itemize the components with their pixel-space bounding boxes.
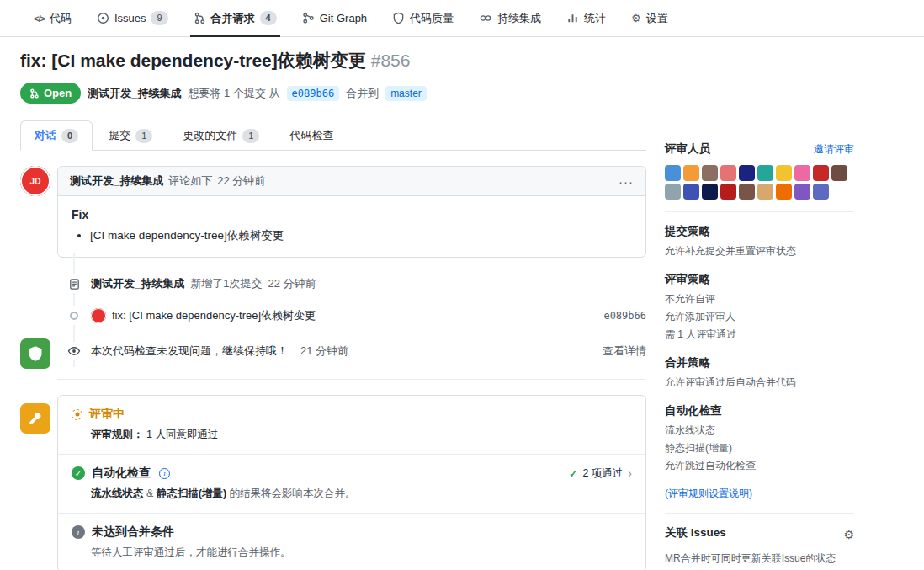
nav-item-stats[interactable]: 统计 [566,0,606,36]
mr-author: 测试开发_持续集成 [88,86,181,101]
bar-chart-icon [566,12,579,24]
timeline: 测试开发_持续集成 新增了1次提交 22 分钟前 fix: [CI make d… [20,258,646,362]
nav-item-settings[interactable]: ⚙ 设置 [631,0,668,36]
view-details-link[interactable]: 查看详情 [603,344,646,359]
mr-title-text: fix: [CI make dependency-tree]依赖树变更 [20,51,366,70]
merge-policy-section: 合并策略 允许评审通过后自动合并代码 [665,355,854,392]
nav-label: 代码 [50,11,72,26]
tab-label: 提交 [109,128,130,143]
gear-icon: ⚙ [631,12,641,24]
reviewers-title: 评审人员 [665,141,710,157]
policy-item: 允许评审通过后自动合并代码 [665,374,854,392]
nav-item-code-quality[interactable]: 代码质量 [392,0,454,36]
reviewer-avatar[interactable] [683,165,699,181]
nav-label: Issues [114,12,146,24]
shield-icon [392,12,405,24]
conversation-thread: JD 测试开发_持续集成 评论如下 22 分钟前 ··· Fix [CI mak… [20,166,646,570]
policy-item: 允许添加评审人 [665,308,854,326]
avatar [91,308,106,323]
info-icon[interactable]: i [159,468,170,479]
tab-conversation[interactable]: 对话 0 [20,120,93,151]
nav-item-merge-requests[interactable]: 合并请求 4 [194,0,277,36]
divider [665,513,854,514]
merge-condition-title: 未达到合并条件 [92,525,174,540]
chevron-right-icon: › [628,466,632,480]
check-icon: ✓ [569,467,577,480]
tab-label: 对话 [35,128,56,143]
reviewer-avatar[interactable] [831,165,847,181]
pipeline-status-link[interactable]: 流水线状态 [91,487,144,499]
mr-count-badge: 4 [260,11,277,25]
checks-passed-link[interactable]: ✓ 2 项通过 › [569,466,632,481]
reviewer-avatar[interactable] [776,165,792,181]
target-branch-link[interactable]: master [385,86,427,101]
review-state-section: 评审中 评审规则： 1 人同意即通过 [58,396,645,454]
push-author: 测试开发_持续集成 [91,276,184,291]
reviewer-avatar[interactable] [720,184,736,200]
comment-body: Fix [CI make dependency-tree]依赖树变更 [58,196,645,257]
section-title: 提交策略 [665,224,854,239]
tab-code-check[interactable]: 代码检查 [275,120,348,151]
reviewer-avatar[interactable] [665,165,681,181]
ci-icon [479,12,492,24]
review-rules-settings-link[interactable]: (评审规则设置说明) [665,487,854,501]
reviewer-avatar[interactable] [683,184,699,200]
comment-action: 评论如下 [168,173,212,189]
tab-commits[interactable]: 提交 1 [94,120,167,151]
tab-label: 代码检查 [289,128,333,143]
linked-issues-title: 关联 Issues [665,525,726,541]
comment-block: JD 测试开发_持续集成 评论如下 22 分钟前 ··· Fix [CI mak… [20,166,646,258]
reviewer-avatar[interactable] [757,165,773,181]
commit-message-link[interactable]: fix: [CI make dependency-tree]依赖树变更 [112,308,316,323]
reviewer-avatar[interactable] [720,165,736,181]
code-check-row: 本次代码检查未发现问题，继续保持哦！ 21 分钟前 查看详情 [20,342,646,360]
reviewer-avatar[interactable] [794,184,810,200]
policy-item: 静态扫描(增量) [665,439,854,457]
merge-icon [29,88,40,99]
reviewer-avatar[interactable] [794,165,810,181]
invite-review-link[interactable]: 邀请评审 [814,142,854,157]
status-badge: Open [20,83,81,104]
reviewer-avatar[interactable] [813,184,829,200]
reviewer-avatar[interactable] [813,165,829,181]
source-commit-link[interactable]: e089b66 [287,86,340,101]
policy-item: 需 1 人评审通过 [665,326,854,344]
reviewer-avatar[interactable] [702,165,718,181]
avatar[interactable]: JD [20,166,50,196]
comment-menu-button[interactable]: ··· [619,174,634,189]
merge-condition-section: i 未达到合并条件 等待人工评审通过后，才能进行合并操作。 [58,513,645,570]
issues-count-badge: 9 [151,11,167,25]
reviewer-avatar[interactable] [776,184,792,200]
static-scan-link[interactable]: 静态扫描(增量) [157,487,226,499]
review-rule-line: 评审规则： 1 人同意即通过 [91,428,632,442]
tab-changed-files[interactable]: 更改的文件 1 [168,120,273,151]
section-title: 评审策略 [665,272,854,287]
nav-item-issues[interactable]: Issues 9 [97,0,168,36]
policy-item: 不允许自评 [665,290,854,308]
nav-label: 持续集成 [497,11,541,26]
reviewer-avatar[interactable] [739,184,755,200]
tab-label: 更改的文件 [183,128,237,143]
nav-item-code[interactable]: </> 代码 [34,0,72,36]
comment-header: 测试开发_持续集成 评论如下 22 分钟前 ··· [58,167,645,196]
nav-label: 合并请求 [211,11,255,26]
checks-passed-text: 2 项通过 [582,466,623,481]
tool-icon [28,411,43,426]
nav-item-git-graph[interactable]: Git Graph [302,0,367,36]
issues-settings-gear-icon[interactable]: ⚙ [843,528,854,541]
reviewer-avatar[interactable] [757,184,773,200]
section-title: 合并策略 [665,355,854,370]
policy-item: 允许跳过自动化检查 [665,457,854,475]
nav-label: 代码质量 [410,11,454,26]
reviewer-avatar[interactable] [739,165,755,181]
divider [57,379,646,380]
linked-issues-section: 关联 Issues ⚙ MR合并时可同时更新关联Issue的状态 None ye… [665,525,854,570]
eye-icon [66,342,82,360]
nav-item-ci[interactable]: 持续集成 [479,0,541,36]
issue-icon [97,12,109,24]
reviewer-avatar[interactable] [702,184,718,200]
review-rule-label: 评审规则： [91,429,144,440]
mr-number: #856 [371,51,411,70]
status-label: Open [44,87,72,99]
reviewer-avatar[interactable] [665,184,681,200]
